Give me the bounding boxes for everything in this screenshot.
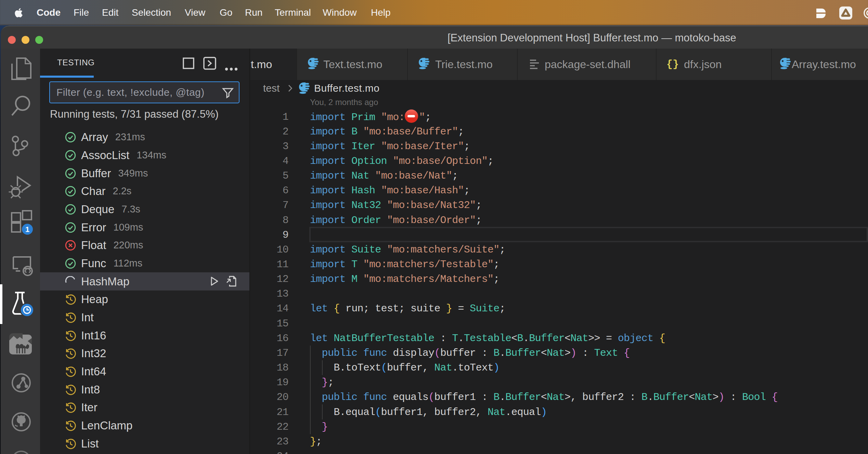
svg-text:1: 1 xyxy=(25,225,29,234)
